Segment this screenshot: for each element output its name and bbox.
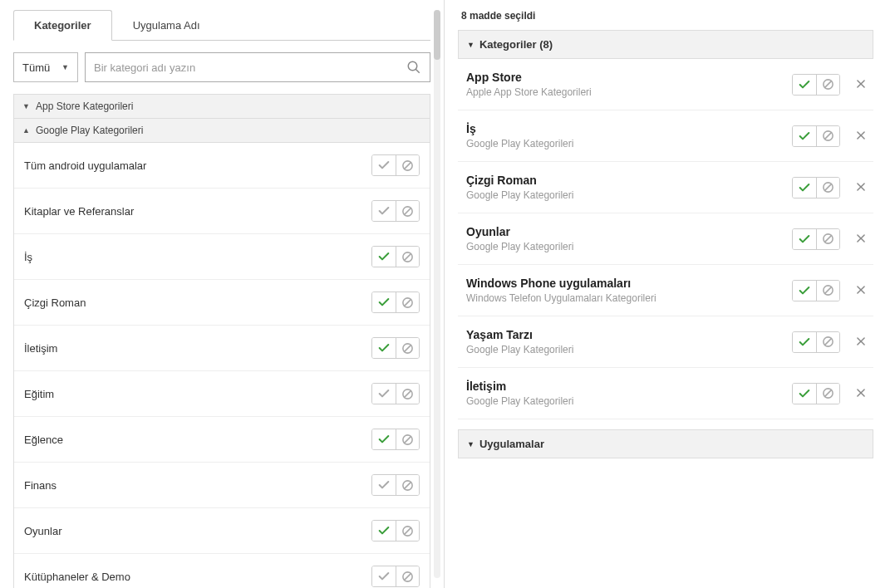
category-list: Tüm android uygulamalar Kitaplar ve Refe… — [13, 143, 430, 588]
category-label: Eğitim — [24, 388, 54, 400]
accordion-selected-apps[interactable]: ▼ Uygulamalar — [458, 429, 873, 458]
exclude-button[interactable] — [396, 429, 419, 449]
list-item: İletişim — [14, 326, 430, 371]
button-group — [792, 177, 840, 198]
selected-title: İş — [466, 122, 792, 135]
list-item: Finans — [14, 463, 430, 508]
include-button[interactable] — [372, 521, 396, 541]
svg-line-13 — [404, 390, 411, 398]
close-icon[interactable] — [855, 284, 868, 297]
button-group — [792, 331, 840, 353]
exclude-button[interactable] — [816, 281, 839, 301]
svg-line-1 — [415, 69, 420, 73]
list-item: İş — [14, 234, 430, 280]
include-button[interactable] — [372, 475, 396, 495]
button-group — [792, 228, 840, 250]
svg-line-17 — [404, 482, 411, 489]
include-button[interactable] — [372, 338, 396, 358]
include-button[interactable] — [793, 332, 816, 352]
include-button[interactable] — [372, 155, 396, 175]
svg-line-9 — [404, 299, 411, 306]
exclude-button[interactable] — [396, 521, 419, 541]
include-button[interactable] — [372, 429, 396, 449]
button-group — [792, 383, 840, 404]
category-label: Tüm android uygulamalar — [24, 159, 146, 172]
svg-line-11 — [404, 345, 411, 352]
include-button[interactable] — [793, 75, 816, 95]
selected-count: 8 madde seçildi — [458, 10, 877, 22]
svg-line-7 — [404, 253, 411, 261]
selected-subtitle: Google Play Kategorileri — [466, 344, 792, 355]
list-item: Eğitim — [14, 371, 430, 417]
accordion-app-store[interactable]: ▼ App Store Kategorileri — [13, 94, 430, 119]
close-icon[interactable] — [855, 78, 868, 91]
exclude-button[interactable] — [396, 201, 419, 221]
close-icon[interactable] — [855, 387, 868, 400]
exclude-button[interactable] — [816, 384, 839, 404]
include-button[interactable] — [793, 178, 816, 198]
exclude-button[interactable] — [816, 126, 839, 146]
selected-item: Oyunlar Google Play Kategorileri — [458, 213, 873, 265]
category-label: Eğlence — [24, 434, 63, 446]
exclude-button[interactable] — [396, 475, 419, 495]
scroll-thumb[interactable] — [434, 10, 440, 60]
include-button[interactable] — [372, 292, 396, 312]
include-button[interactable] — [372, 247, 396, 267]
selected-title: Çizgi Roman — [466, 174, 792, 187]
include-button[interactable] — [372, 201, 396, 221]
exclude-button[interactable] — [396, 292, 419, 312]
list-item: Çizgi Roman — [14, 280, 430, 326]
category-label: Oyunlar — [24, 525, 62, 537]
exclude-button[interactable] — [816, 75, 839, 95]
selected-item: Çizgi Roman Google Play Kategorileri — [458, 162, 873, 213]
chevron-down-icon: ▼ — [61, 63, 69, 71]
exclude-button[interactable] — [396, 384, 419, 404]
filter-dropdown[interactable]: Tümü ▼ — [13, 52, 78, 82]
dropdown-label: Tümü — [22, 61, 50, 74]
accordion-label: Google Play Kategorileri — [36, 125, 143, 136]
button-group — [792, 280, 840, 301]
accordion-selected-categories[interactable]: ▼ Kategoriler (8) — [458, 30, 873, 59]
category-label: Kitaplar ve Referanslar — [24, 205, 134, 218]
svg-line-19 — [404, 527, 411, 535]
selected-subtitle: Apple App Store Kategorileri — [466, 86, 792, 98]
svg-line-15 — [404, 436, 411, 443]
category-label: Çizgi Roman — [24, 296, 86, 309]
exclude-button[interactable] — [816, 178, 839, 198]
tab-app-name[interactable]: Uygulama Adı — [112, 10, 221, 41]
selected-title: İletişim — [466, 380, 792, 393]
chevron-down-icon: ▼ — [22, 102, 31, 110]
svg-line-21 — [404, 573, 411, 581]
include-button[interactable] — [793, 126, 816, 146]
close-icon[interactable] — [855, 130, 868, 143]
category-label: İş — [24, 251, 32, 263]
svg-line-43 — [824, 287, 832, 294]
accordion-google-play[interactable]: ▲ Google Play Kategorileri — [13, 119, 430, 143]
selected-title: Yaşam Tarzı — [466, 328, 792, 341]
exclude-button[interactable] — [396, 155, 419, 175]
close-icon[interactable] — [855, 233, 868, 246]
selected-list: App Store Apple App Store Kategorileri İ… — [458, 59, 873, 419]
scrollbar[interactable] — [434, 10, 440, 578]
selected-subtitle: Google Play Kategorileri — [466, 241, 792, 252]
close-icon[interactable] — [855, 336, 868, 349]
button-group — [792, 74, 840, 96]
include-button[interactable] — [793, 229, 816, 249]
include-button[interactable] — [793, 281, 816, 301]
selected-subtitle: Google Play Kategorileri — [466, 189, 792, 201]
exclude-button[interactable] — [396, 247, 419, 267]
button-group — [792, 125, 840, 147]
include-button[interactable] — [372, 566, 396, 586]
include-button[interactable] — [793, 384, 816, 404]
exclude-button[interactable] — [396, 566, 419, 586]
selected-title: App Store — [466, 71, 792, 84]
exclude-button[interactable] — [816, 332, 839, 352]
exclude-button[interactable] — [816, 229, 839, 249]
search-input[interactable] — [94, 61, 406, 74]
list-item: Oyunlar — [14, 508, 430, 554]
include-button[interactable] — [372, 384, 396, 404]
list-item: Eğlence — [14, 417, 430, 463]
exclude-button[interactable] — [396, 338, 419, 358]
close-icon[interactable] — [855, 181, 868, 194]
tab-categories[interactable]: Kategoriler — [13, 10, 112, 41]
